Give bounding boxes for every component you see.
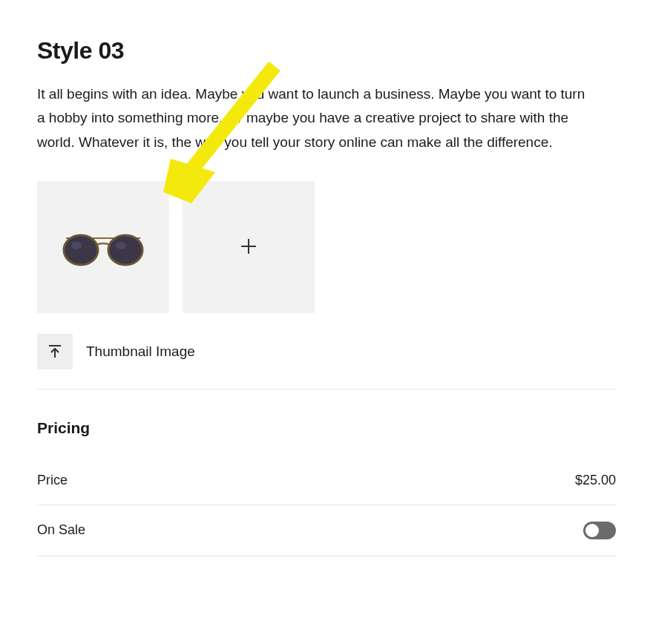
on-sale-toggle[interactable] (583, 522, 616, 539)
thumbnail-row: Thumbnail Image (37, 334, 616, 390)
upload-arrow-icon (47, 344, 62, 359)
sunglasses-icon (59, 225, 148, 269)
product-description[interactable]: It all begins with an idea. Maybe you wa… (37, 82, 586, 154)
svg-point-4 (71, 242, 82, 249)
price-label: Price (37, 473, 68, 488)
svg-point-7 (116, 242, 126, 249)
add-image-button[interactable] (183, 181, 315, 313)
on-sale-row: On Sale (37, 505, 616, 556)
image-grid (37, 181, 616, 313)
product-image-thumbnail[interactable] (37, 181, 169, 313)
price-row[interactable]: Price $25.00 (37, 456, 616, 505)
on-sale-label: On Sale (37, 522, 85, 538)
price-value: $25.00 (575, 473, 616, 488)
thumbnail-label: Thumbnail Image (86, 344, 195, 360)
plus-icon (240, 234, 257, 260)
page-title: Style 03 (37, 37, 616, 65)
thumbnail-upload-button[interactable] (37, 334, 73, 369)
toggle-knob (585, 524, 599, 537)
pricing-heading: Pricing (37, 419, 616, 437)
